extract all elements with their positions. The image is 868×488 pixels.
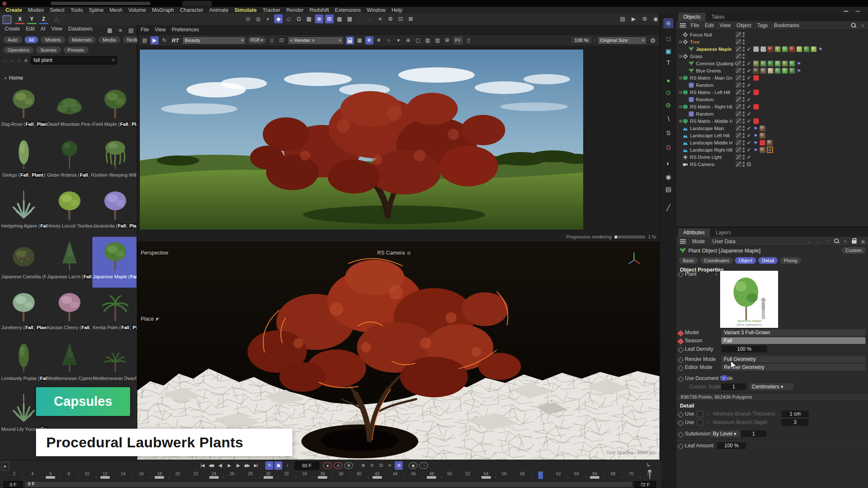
- key-position-icon[interactable]: ⊕: [359, 461, 367, 470]
- visibility-dots-icon[interactable]: [743, 111, 745, 116]
- sim-active-icon[interactable]: ◆: [274, 14, 283, 23]
- viewport-camera-label[interactable]: RS Camera⊞: [377, 250, 411, 256]
- add-image-icon[interactable]: ⊞: [443, 36, 451, 44]
- expand-toggle-icon[interactable]: ⊟: [678, 105, 683, 109]
- layer-toggle-icon[interactable]: [736, 161, 741, 167]
- enabled-check-icon[interactable]: ✓: [746, 75, 752, 81]
- visibility-dots-icon[interactable]: [743, 83, 745, 88]
- snap-magnet-icon[interactable]: Ω: [295, 14, 303, 23]
- snapshot-icon[interactable]: ▯: [465, 36, 473, 44]
- flag-tag[interactable]: ⚑: [753, 133, 758, 138]
- object-row-blue-grama[interactable]: Blue Grama ✓ ⚑: [676, 67, 868, 74]
- visibility-dots-icon[interactable]: [743, 90, 745, 95]
- document-tab[interactable]: [182, 1, 212, 6]
- panel-menu-icon[interactable]: ▤: [127, 26, 135, 35]
- asset-item-japanese-camellia-fal[interactable]: Japanese Camellia (Fal...: [1, 237, 47, 288]
- param-diamond[interactable]: [678, 357, 684, 363]
- thumb-view-icon[interactable]: ▦: [106, 26, 114, 35]
- asset-item-jacaranda-fall-plant[interactable]: Jacaranda (Fall, Plant): [92, 186, 136, 237]
- expand-toggle-icon[interactable]: ⊟: [678, 76, 683, 80]
- material-swatch[interactable]: [753, 46, 759, 52]
- keyframe-marker[interactable]: [209, 476, 219, 479]
- filter-chip-presets[interactable]: Presets: [64, 47, 89, 53]
- object-row-random[interactable]: Random ✓: [676, 110, 868, 117]
- attr-tab-phong[interactable]: Phong: [780, 257, 801, 264]
- coordinate-system-icon[interactable]: ∴: [52, 16, 61, 23]
- material-swatch[interactable]: [782, 61, 788, 67]
- enabled-check-icon[interactable]: ✓: [746, 118, 752, 124]
- enabled-check-icon[interactable]: ✓: [746, 125, 752, 131]
- attr-tab-coordinates[interactable]: Coordinates: [700, 257, 733, 264]
- compare-icon[interactable]: ▨: [424, 36, 432, 44]
- om-menu-edit[interactable]: Edit: [702, 22, 716, 28]
- favorites-icon[interactable]: ◈: [23, 57, 29, 63]
- layer-toggle-icon[interactable]: [736, 125, 741, 131]
- expand-toggle-icon[interactable]: ⊟: [678, 40, 683, 44]
- play-render-icon[interactable]: ▶: [150, 36, 159, 44]
- asset-item-juneberry-fall-plant[interactable]: Juneberry (Fall, Plant): [1, 288, 47, 338]
- material-swatch[interactable]: [760, 133, 765, 139]
- om-menu-file[interactable]: File: [688, 22, 701, 28]
- use-max-branch-checkbox[interactable]: ✓: [697, 419, 703, 426]
- ab-menu-databases[interactable]: Databases: [66, 26, 95, 32]
- redshift-tag[interactable]: [753, 104, 759, 110]
- custom-button[interactable]: Custom: [842, 247, 865, 254]
- refresh-icon[interactable]: ↻: [160, 36, 168, 44]
- lock-icon[interactable]: [346, 36, 354, 44]
- filter-chip-scenes[interactable]: Scenes: [36, 47, 61, 53]
- material-swatch[interactable]: [775, 61, 781, 67]
- magnet-tool-icon[interactable]: Ω: [663, 142, 673, 152]
- play-icon[interactable]: ▶: [225, 461, 233, 470]
- asset-item-dwarf-mountain-pine[interactable]: Dwarf Mountain Pine (...: [47, 84, 92, 135]
- object-row-tree[interactable]: ⊟ Tree: [676, 38, 868, 45]
- expand-toggle-icon[interactable]: ⊟: [678, 54, 683, 58]
- keyframe-diamond[interactable]: [678, 330, 684, 336]
- flag-tag[interactable]: ⚑: [753, 140, 758, 145]
- layout-icon[interactable]: [3, 15, 11, 24]
- render-target-select[interactable]: < Render >▾: [288, 36, 344, 44]
- history-icon[interactable]: ◉: [860, 238, 866, 244]
- om-menu-object[interactable]: Object: [734, 22, 754, 28]
- menu-redshift[interactable]: Redshift: [306, 7, 332, 13]
- material-swatch[interactable]: [811, 46, 817, 52]
- prev-frame-icon[interactable]: ◀|: [216, 461, 224, 470]
- param-diamond[interactable]: [678, 365, 684, 371]
- visibility-dots-icon[interactable]: [743, 97, 745, 102]
- param-diamond[interactable]: [678, 432, 684, 438]
- interactive-render-icon[interactable]: ◉: [651, 14, 660, 23]
- tab-attributes[interactable]: Attributes: [678, 228, 710, 237]
- visibility-dots-icon[interactable]: [743, 47, 745, 52]
- menu-character[interactable]: Character: [177, 7, 206, 13]
- menu-window[interactable]: Window: [364, 7, 388, 13]
- param-diamond[interactable]: [678, 420, 684, 426]
- expand-toggle-icon[interactable]: ⊞: [678, 119, 683, 123]
- asset-item-japanese-maple-fall[interactable]: Japanese Maple (Fall, ...: [92, 237, 136, 288]
- material-swatch[interactable]: [782, 46, 788, 52]
- sim-scene-icon[interactable]: ⊙: [244, 14, 252, 23]
- asset-item-lombardy-poplar-fall[interactable]: Lombardy Poplar (Fall...: [1, 338, 47, 389]
- om-menu-bookmarks[interactable]: Bookmarks: [771, 22, 802, 28]
- layer-toggle-icon[interactable]: [736, 32, 741, 37]
- keyframe-marker[interactable]: [427, 476, 436, 479]
- spline-tool-icon[interactable]: S: [663, 128, 673, 138]
- frame-ruler[interactable]: 0246810121416182022242628303234363840424…: [0, 471, 661, 480]
- visibility-dots-icon[interactable]: [743, 155, 745, 160]
- isolate-icon[interactable]: ⊡: [396, 14, 405, 23]
- material-swatch[interactable]: [796, 46, 802, 52]
- prev-key-icon[interactable]: ◀◆: [207, 461, 215, 470]
- material-swatch[interactable]: [760, 125, 765, 131]
- grid-icon[interactable]: ▩: [335, 14, 344, 23]
- perspective-viewport[interactable]: Perspective RS Camera⊞ Place◤ Grid Spaci…: [137, 241, 659, 460]
- tab-layers[interactable]: Layers: [711, 228, 736, 237]
- tab-objects[interactable]: Objects: [678, 13, 706, 21]
- search-icon[interactable]: [833, 238, 839, 245]
- home-icon[interactable]: ⌂: [16, 57, 22, 63]
- ab-menu-view[interactable]: View: [49, 26, 64, 32]
- enabled-check-icon[interactable]: ✓: [746, 97, 752, 103]
- keyframe-marker[interactable]: [590, 476, 599, 479]
- key-pla-icon[interactable]: ⊘: [395, 461, 403, 470]
- viewport-filter-icon[interactable]: ≡: [376, 14, 384, 23]
- visibility-dots-icon[interactable]: [743, 119, 745, 124]
- object-row-rs-matrix-right-hill[interactable]: ⊟ RS Matrix - Right Hill ✓: [676, 103, 868, 110]
- asset-item-mediterranean-cypres[interactable]: Mediterranean Cypres...: [47, 338, 92, 389]
